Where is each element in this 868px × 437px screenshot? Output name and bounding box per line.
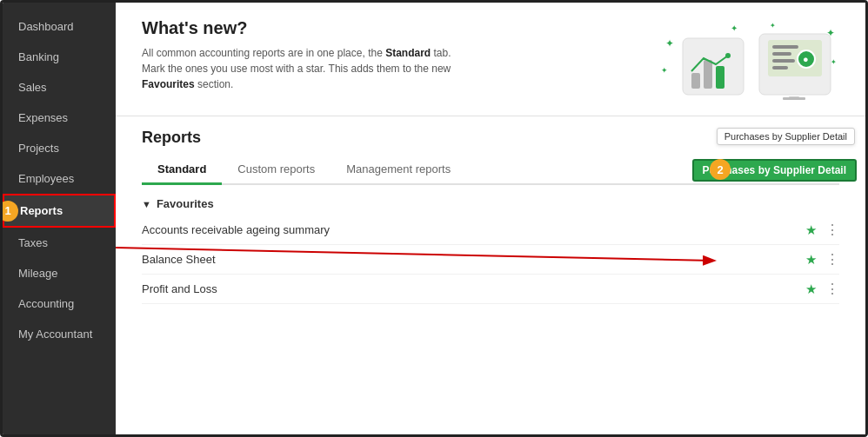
svg-text:✦: ✦ xyxy=(731,23,738,33)
list-item: Accounts receivable ageing summary ★ ⋮ xyxy=(142,215,839,245)
svg-text:✦: ✦ xyxy=(770,22,776,30)
svg-rect-8 xyxy=(704,60,712,89)
sidebar-item-dashboard[interactable]: Dashboard xyxy=(3,11,116,42)
dots-icon-2[interactable]: ⋮ xyxy=(825,251,839,268)
favourites-header[interactable]: ▼ Favourites xyxy=(142,197,839,210)
sidebar-item-reports[interactable]: Reports 1 xyxy=(3,194,116,228)
whats-new-title: What's new? xyxy=(142,18,648,38)
chevron-down-icon: ▼ xyxy=(142,199,151,209)
sidebar-item-accounting[interactable]: Accounting xyxy=(3,288,116,319)
svg-rect-20 xyxy=(783,97,805,100)
tab-management-reports[interactable]: Management reports xyxy=(331,156,466,185)
sidebar-reports-label: Reports xyxy=(20,204,63,217)
page-wrapper: Dashboard Banking Sales Expenses Project… xyxy=(0,0,868,437)
annotation-circle-2: 2 xyxy=(710,159,731,180)
svg-text:✦: ✦ xyxy=(665,37,674,50)
whats-new-desc: All common accounting reports are in one… xyxy=(142,45,507,92)
dots-icon-1[interactable]: ⋮ xyxy=(825,222,839,238)
tooltip-callout: Purchases by Supplier Detail xyxy=(717,128,855,145)
svg-rect-16 xyxy=(772,66,788,70)
fav-item-name-2[interactable]: Balance Sheet xyxy=(142,253,805,266)
tabs-list: Standard Custom reports Management repor… xyxy=(142,156,466,183)
illustration: ✦ ✦ ✦ ✦ ✦ ✦ xyxy=(648,18,839,105)
star-icon-2[interactable]: ★ xyxy=(805,252,817,268)
fav-item-name-3[interactable]: Profit and Loss xyxy=(142,282,805,295)
svg-rect-15 xyxy=(772,59,795,63)
sidebar-item-my-accountant[interactable]: My Accountant xyxy=(3,319,116,349)
svg-point-10 xyxy=(725,53,731,58)
svg-rect-14 xyxy=(772,52,791,56)
illustration-svg: ✦ ✦ ✦ ✦ ✦ ✦ xyxy=(657,21,839,103)
main-content: What's new? All common accounting report… xyxy=(116,3,865,434)
favourites-section: ▼ Favourites Accounts receivable ageing … xyxy=(116,185,865,316)
sidebar-item-employees[interactable]: Employees xyxy=(3,163,116,194)
svg-text:✦: ✦ xyxy=(831,58,837,66)
svg-rect-13 xyxy=(772,45,798,49)
sidebar-item-sales[interactable]: Sales xyxy=(3,72,116,103)
sidebar: Dashboard Banking Sales Expenses Project… xyxy=(3,3,116,434)
sidebar-item-expenses[interactable]: Expenses xyxy=(3,103,116,133)
star-icon-1[interactable]: ★ xyxy=(805,222,817,238)
whats-new-text: What's new? All common accounting report… xyxy=(142,18,648,92)
sidebar-item-banking[interactable]: Banking xyxy=(3,42,116,72)
sidebar-item-projects[interactable]: Projects xyxy=(3,133,116,163)
list-item: Balance Sheet ★ ⋮ xyxy=(142,245,839,275)
tab-custom-reports[interactable]: Custom reports xyxy=(222,156,331,185)
sidebar-item-taxes[interactable]: Taxes xyxy=(3,228,116,258)
app-frame: Dashboard Banking Sales Expenses Project… xyxy=(0,0,868,437)
tooltip-text: Purchases by Supplier Detail xyxy=(717,128,855,145)
svg-text:●: ● xyxy=(803,54,809,64)
svg-rect-9 xyxy=(716,66,724,89)
svg-rect-7 xyxy=(691,73,700,89)
svg-text:✦: ✦ xyxy=(661,66,668,75)
sidebar-item-mileage[interactable]: Mileage xyxy=(3,258,116,288)
tab-standard[interactable]: Standard xyxy=(142,156,222,185)
fav-item-name-1[interactable]: Accounts receivable ageing summary xyxy=(142,223,805,236)
dots-icon-3[interactable]: ⋮ xyxy=(825,281,839,297)
list-item: Profit and Loss ★ ⋮ xyxy=(142,275,839,304)
star-icon-3[interactable]: ★ xyxy=(805,281,817,297)
whats-new-banner: What's new? All common accounting report… xyxy=(116,3,865,116)
tabs-container: Standard Custom reports Management repor… xyxy=(116,156,865,185)
favourites-title: Favourites xyxy=(157,197,214,210)
annotation-circle-1: 1 xyxy=(0,201,18,222)
reports-section: Reports Standard Custom reports Manageme… xyxy=(116,116,865,434)
